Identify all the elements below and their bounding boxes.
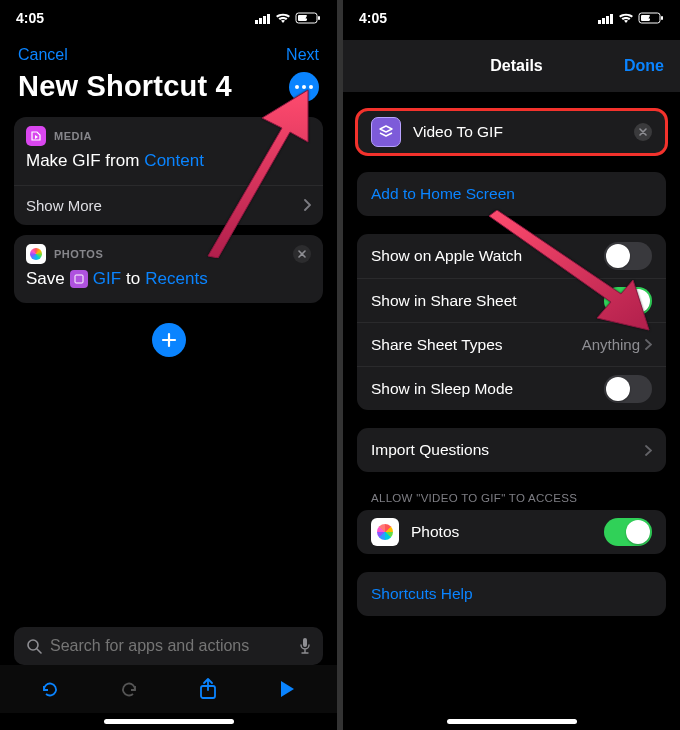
show-in-sleep-mode-row[interactable]: Show in Sleep Mode xyxy=(357,366,666,410)
more-button[interactable] xyxy=(289,72,319,102)
shortcut-icon[interactable] xyxy=(371,117,401,147)
card-category: MEDIA xyxy=(54,130,92,142)
access-section-label: ALLOW "VIDEO TO GIF" TO ACCESS xyxy=(343,472,680,508)
action-card-media[interactable]: MEDIA Make GIF from Content Show More xyxy=(14,117,323,225)
chevron-right-icon xyxy=(645,445,652,456)
add-to-home-screen[interactable]: Add to Home Screen xyxy=(357,172,666,216)
status-bar: 4:05 xyxy=(0,0,337,30)
photos-access-row[interactable]: Photos xyxy=(357,510,666,554)
add-home-group: Add to Home Screen xyxy=(357,172,666,216)
signal-icon xyxy=(598,13,614,24)
svg-rect-2 xyxy=(263,16,266,24)
svg-rect-14 xyxy=(610,14,613,24)
search-icon xyxy=(26,638,42,654)
photos-toggle[interactable] xyxy=(604,518,652,546)
chevron-right-icon xyxy=(645,339,652,350)
status-time: 4:05 xyxy=(359,10,387,26)
battery-icon xyxy=(295,12,321,24)
photos-app-icon xyxy=(371,518,399,546)
action-text: Save xyxy=(26,269,65,289)
wifi-icon xyxy=(275,12,291,24)
signal-icon xyxy=(255,13,271,24)
close-icon[interactable] xyxy=(293,245,311,263)
action-variable[interactable]: Recents xyxy=(145,269,207,289)
row-label: Show in Share Sheet xyxy=(371,292,517,310)
bottom-toolbar xyxy=(0,665,337,713)
share-sheet-types-row[interactable]: Share Sheet Types Anything xyxy=(357,322,666,366)
title-row: New Shortcut 4 xyxy=(0,68,337,117)
cancel-button[interactable]: Cancel xyxy=(18,46,68,64)
search-input[interactable] xyxy=(50,637,291,655)
nav-row: Cancel Next xyxy=(0,30,337,68)
wifi-icon xyxy=(618,12,634,24)
row-label: Show in Sleep Mode xyxy=(371,380,513,398)
row-label: Photos xyxy=(411,523,459,541)
svg-rect-0 xyxy=(255,20,258,24)
access-group: Photos xyxy=(357,510,666,554)
done-button[interactable]: Done xyxy=(624,57,664,75)
svg-rect-17 xyxy=(641,15,650,21)
show-on-watch-row[interactable]: Show on Apple Watch xyxy=(357,234,666,278)
mic-icon[interactable] xyxy=(299,637,311,655)
row-label: Share Sheet Types xyxy=(371,336,503,354)
details-content: Video To GIF Add to Home Screen Show on … xyxy=(343,92,680,713)
show-more-row[interactable]: Show More xyxy=(14,185,323,225)
svg-rect-11 xyxy=(598,20,601,24)
undo-button[interactable] xyxy=(36,675,64,703)
svg-rect-13 xyxy=(606,16,609,24)
battery-icon xyxy=(638,12,664,24)
action-variable[interactable]: GIF xyxy=(93,269,121,289)
import-group: Import Questions xyxy=(357,428,666,472)
page-title: New Shortcut 4 xyxy=(18,70,232,103)
svg-rect-12 xyxy=(602,18,605,24)
share-sheet-toggle[interactable] xyxy=(604,287,652,315)
search-bar[interactable] xyxy=(14,627,323,665)
show-more-label: Show More xyxy=(26,197,102,214)
details-header: Details Done xyxy=(343,40,680,92)
add-home-label: Add to Home Screen xyxy=(371,185,515,203)
watch-toggle[interactable] xyxy=(604,242,652,270)
media-icon xyxy=(26,126,46,146)
help-group: Shortcuts Help xyxy=(357,572,666,616)
clear-name-button[interactable] xyxy=(634,123,652,141)
show-in-share-sheet-row[interactable]: Show in Share Sheet xyxy=(357,278,666,322)
svg-rect-16 xyxy=(661,16,663,20)
right-screenshot: 4:05 Details Done Video To GIF xyxy=(343,0,680,730)
home-indicator xyxy=(104,719,234,724)
card-category: PHOTOS xyxy=(54,248,103,260)
svg-rect-1 xyxy=(259,18,262,24)
share-button[interactable] xyxy=(194,675,222,703)
gif-token-icon xyxy=(70,270,88,288)
left-screenshot: 4:05 Cancel Next New Shortcut 4 MEDIA Ma… xyxy=(0,0,337,730)
action-variable[interactable]: Content xyxy=(144,151,204,171)
header-title: Details xyxy=(490,57,542,75)
sleep-toggle[interactable] xyxy=(604,375,652,403)
redo-button[interactable] xyxy=(115,675,143,703)
row-label: Shortcuts Help xyxy=(371,585,473,603)
photos-icon xyxy=(26,244,46,264)
shortcut-name-row[interactable]: Video To GIF xyxy=(357,110,666,154)
row-label: Show on Apple Watch xyxy=(371,247,522,265)
shortcut-name-group: Video To GIF xyxy=(357,110,666,154)
import-questions-row[interactable]: Import Questions xyxy=(357,428,666,472)
svg-rect-6 xyxy=(298,15,307,21)
svg-rect-7 xyxy=(75,275,83,283)
row-value: Anything xyxy=(582,336,640,353)
status-icons xyxy=(255,12,321,24)
shortcuts-help-row[interactable]: Shortcuts Help xyxy=(357,572,666,616)
svg-rect-9 xyxy=(303,638,307,647)
display-options-group: Show on Apple Watch Show in Share Sheet … xyxy=(357,234,666,410)
run-button[interactable] xyxy=(273,675,301,703)
home-indicator xyxy=(447,719,577,724)
action-text: to xyxy=(126,269,140,289)
add-action-button[interactable] xyxy=(152,323,186,357)
status-bar: 4:05 xyxy=(343,0,680,30)
status-time: 4:05 xyxy=(16,10,44,26)
action-card-photos[interactable]: PHOTOS Save GIF to Recents xyxy=(14,235,323,303)
next-button[interactable]: Next xyxy=(286,46,319,64)
svg-rect-5 xyxy=(318,16,320,20)
chevron-right-icon xyxy=(303,197,311,214)
row-label: Import Questions xyxy=(371,441,489,459)
svg-rect-3 xyxy=(267,14,270,24)
shortcut-name[interactable]: Video To GIF xyxy=(413,123,503,141)
